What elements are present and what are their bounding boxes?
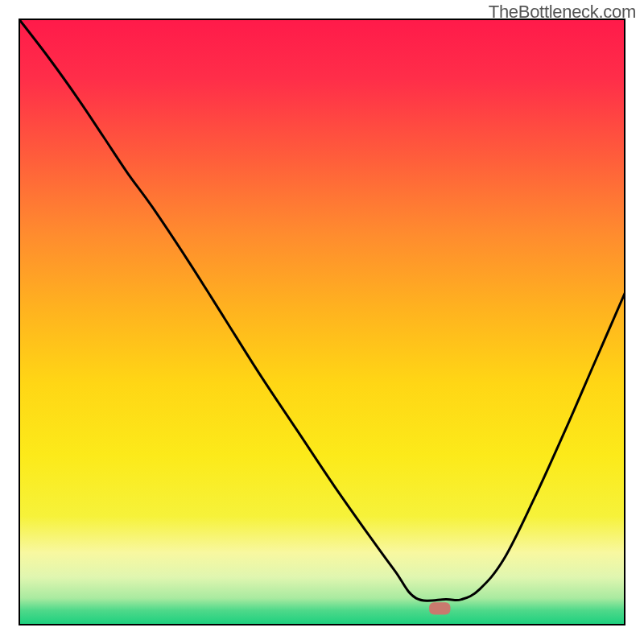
chart-svg: [19, 19, 625, 625]
plot-area: [19, 19, 625, 625]
gradient-background: [19, 19, 625, 625]
watermark-text: TheBottleneck.com: [489, 2, 636, 23]
highlight-marker: [429, 602, 450, 614]
chart-container: TheBottleneck.com: [0, 0, 644, 644]
